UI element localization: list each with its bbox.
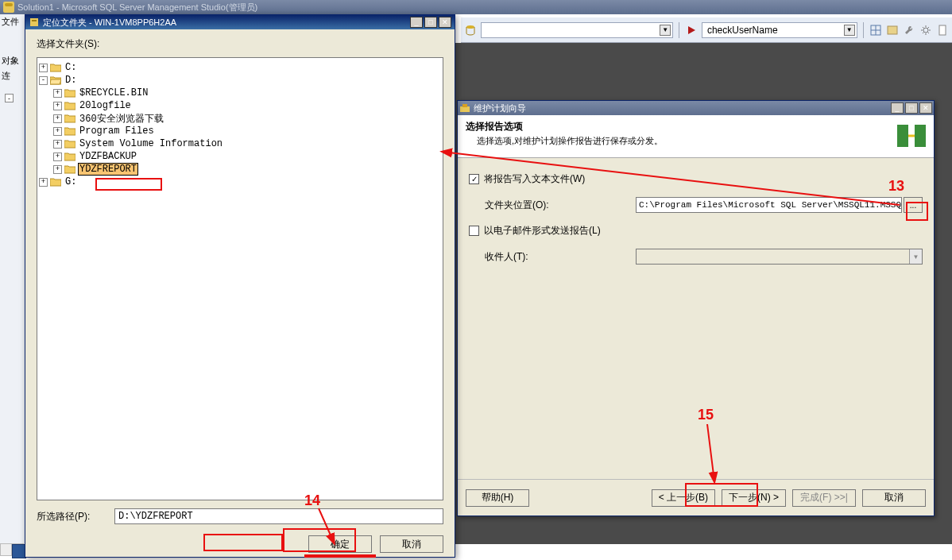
- folder-open-icon: [50, 75, 61, 85]
- svg-rect-6: [939, 25, 946, 35]
- left-dock: 文件 对象 连 - ▶: [0, 14, 25, 556]
- locate-folder-dialog: 定位文件夹 - WIN-1VM8PP6H2AA _ □ ✕ 选择文件夹(S): …: [25, 14, 455, 558]
- folder-icon: [64, 114, 75, 123]
- maximize-button[interactable]: □: [905, 102, 918, 114]
- wizard-icon: [459, 102, 470, 114]
- toolbar-btn-1[interactable]: [869, 23, 883, 37]
- toolbar-btn-3[interactable]: [902, 23, 915, 37]
- chevron-down-icon[interactable]: ▼: [844, 25, 855, 36]
- expand-icon[interactable]: +: [39, 178, 48, 187]
- execute-button[interactable]: [685, 23, 699, 37]
- email-report-checkbox[interactable]: [469, 226, 479, 236]
- svg-rect-9: [897, 125, 908, 147]
- svg-point-0: [466, 25, 474, 29]
- database-dropdown[interactable]: ▼: [481, 22, 673, 38]
- expand-icon[interactable]: +: [53, 165, 62, 174]
- picker-titlebar[interactable]: 定位文件夹 - WIN-1VM8PP6H2AA _ □ ✕: [25, 15, 455, 29]
- server-icon: [29, 17, 40, 28]
- folder-tree[interactable]: + C: - D: +$RECYCLE.BIN +20logfile +360安…: [37, 57, 443, 500]
- expand-icon[interactable]: +: [53, 127, 62, 136]
- chevron-down-icon: ▼: [909, 249, 922, 264]
- svg-rect-4: [888, 26, 897, 34]
- tree-node[interactable]: +YDZFBACKUP: [39, 150, 441, 163]
- maintenance-plan-wizard-dialog: 维护计划向导 _ □ ✕ 选择报告选项 选择选项,对维护计划操作报告进行保存或分…: [457, 100, 935, 516]
- write-report-checkbox[interactable]: [469, 174, 479, 184]
- folder-icon: [50, 177, 61, 187]
- expand-icon[interactable]: +: [53, 114, 62, 123]
- expand-icon[interactable]: +: [53, 153, 62, 161]
- folder-icon: [50, 63, 61, 72]
- maximize-button[interactable]: □: [424, 17, 437, 28]
- picker-footer: 确定 取消: [25, 529, 455, 559]
- folder-icon: [64, 126, 75, 136]
- folder-icon: [64, 101, 75, 110]
- selected-path-label: 所选路径(P):: [37, 510, 108, 523]
- tree-node[interactable]: +$RECYCLE.BIN: [39, 87, 441, 99]
- execute-dropdown[interactable]: checkUserName ▼: [702, 22, 857, 38]
- collapse-icon[interactable]: -: [39, 76, 48, 85]
- minimize-button[interactable]: _: [410, 17, 423, 28]
- panel-object-explorer[interactable]: 对象: [0, 53, 25, 68]
- wizard-titlebar[interactable]: 维护计划向导 _ □ ✕: [458, 101, 934, 115]
- table-icon: [887, 25, 898, 36]
- panel-connect[interactable]: 连: [0, 68, 25, 83]
- picker-title: 定位文件夹 - WIN-1VM8PP6H2AA: [43, 17, 176, 29]
- toolbar-btn-4[interactable]: [919, 23, 932, 37]
- help-button[interactable]: 帮助(H): [466, 489, 529, 507]
- grid-icon: [870, 25, 881, 36]
- play-red-icon: [686, 25, 697, 36]
- doc-icon: [937, 25, 948, 36]
- selected-path-row: 所选路径(P): D:\YDZFREPORT: [25, 504, 455, 529]
- next-button[interactable]: 下一步(N) >: [722, 489, 786, 507]
- wizard-header: 选择报告选项 选择选项,对维护计划操作报告进行保存或分发。: [458, 115, 934, 158]
- tree-node-d[interactable]: - D:: [39, 74, 441, 87]
- expand-icon[interactable]: +: [39, 64, 48, 72]
- tree-node[interactable]: +Program Files: [39, 125, 441, 137]
- toolbar-button[interactable]: [464, 23, 478, 37]
- select-folder-label: 选择文件夹(S):: [25, 29, 455, 54]
- recipient-combo: ▼: [636, 249, 923, 265]
- svg-rect-8: [462, 104, 467, 107]
- toolbar-btn-2[interactable]: [885, 23, 899, 37]
- tree-collapse-icon[interactable]: -: [5, 94, 14, 102]
- cancel-button[interactable]: 取消: [380, 535, 443, 553]
- minimize-button[interactable]: _: [891, 102, 904, 114]
- expand-icon[interactable]: +: [53, 89, 62, 98]
- browse-folder-button[interactable]: ...: [904, 197, 923, 213]
- expand-icon[interactable]: +: [53, 102, 62, 110]
- write-report-label: 将报告写入文本文件(W): [484, 172, 585, 186]
- h-scrollbar[interactable]: ▶: [0, 543, 12, 556]
- folder-location-input[interactable]: C:\Program Files\Microsoft SQL Server\MS…: [636, 197, 902, 213]
- finish-button: 完成(F) >>|: [792, 489, 856, 507]
- chevron-down-icon[interactable]: ▼: [660, 25, 671, 36]
- svg-rect-12: [32, 20, 37, 21]
- menu-file[interactable]: 文件: [0, 14, 25, 29]
- svg-rect-10: [915, 125, 926, 147]
- close-button[interactable]: ✕: [439, 17, 451, 28]
- tree-node-c[interactable]: + C:: [39, 61, 441, 74]
- tree-node-g[interactable]: + G:: [39, 176, 441, 188]
- tree-node[interactable]: +System Volume Information: [39, 137, 441, 150]
- tree-node-selected[interactable]: +YDZFREPORT: [39, 163, 441, 176]
- wizard-header-title: 选择报告选项: [466, 120, 663, 133]
- tree-node[interactable]: +360安全浏览器下载: [39, 112, 441, 125]
- wrench-icon: [904, 25, 915, 36]
- folder-icon: [64, 152, 75, 161]
- gear-icon: [920, 25, 931, 36]
- wizard-body: 将报告写入文本文件(W) 文件夹位置(O): C:\Program Files\…: [458, 158, 934, 290]
- tree-node[interactable]: +20logfile: [39, 99, 441, 112]
- toolbar-btn-5[interactable]: [935, 23, 949, 37]
- ssms-icon: [3, 2, 14, 13]
- svg-point-5: [923, 28, 928, 33]
- recipient-label: 收件人(T):: [485, 250, 636, 264]
- svg-rect-11: [30, 18, 38, 26]
- svg-rect-7: [460, 106, 470, 112]
- cancel-button[interactable]: 取消: [862, 489, 926, 507]
- close-button[interactable]: ✕: [919, 102, 932, 114]
- expand-icon[interactable]: +: [53, 140, 62, 149]
- back-button[interactable]: < 上一步(B): [652, 489, 715, 507]
- folder-icon: [64, 88, 75, 98]
- ok-button[interactable]: 确定: [308, 535, 372, 553]
- selected-path-input[interactable]: D:\YDZFREPORT: [114, 508, 443, 524]
- email-report-label: 以电子邮件形式发送报告(L): [484, 224, 601, 238]
